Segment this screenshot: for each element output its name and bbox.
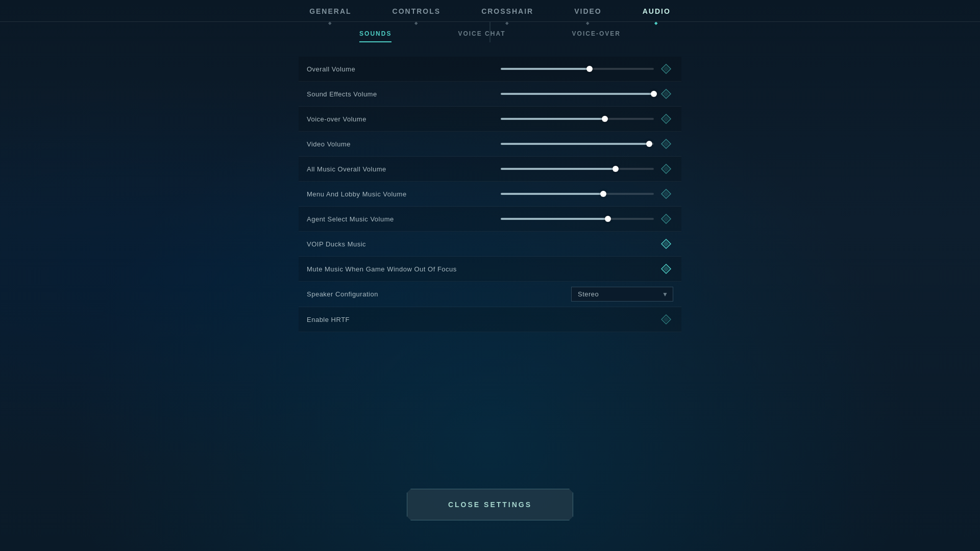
setting-label-voip-ducks-music: VOIP Ducks Music <box>307 240 434 248</box>
setting-label-speaker-configuration: Speaker Configuration <box>307 290 434 298</box>
sub-tab-voice-over[interactable]: VOICE-OVER <box>572 30 621 42</box>
setting-row-all-music-overall-volume: All Music Overall Volume <box>299 157 681 182</box>
slider-thumb-sound-effects-volume[interactable] <box>651 91 657 97</box>
slider-container-sound-effects-volume <box>434 87 673 101</box>
setting-control-video-volume <box>434 137 673 151</box>
slider-thumb-agent-select-music-volume[interactable] <box>605 216 611 222</box>
nav-connector <box>490 22 491 42</box>
slider-container-video-volume <box>434 137 673 151</box>
nav-tab-video[interactable]: VIDEO <box>574 7 602 21</box>
setting-label-overall-volume: Overall Volume <box>307 65 434 73</box>
nav-tab-audio[interactable]: AUDIO <box>643 7 671 21</box>
reset-button-overall-volume[interactable] <box>659 62 673 76</box>
slider-container-agent-select-music-volume <box>434 212 673 226</box>
reset-button-menu-lobby-music-volume[interactable] <box>659 187 673 201</box>
setting-control-mute-music-game-window <box>457 262 673 276</box>
setting-control-speaker-configuration: StereoMonoSurround 5.1Surround 7.1▼ <box>434 287 673 302</box>
setting-control-overall-volume <box>434 62 673 76</box>
setting-row-overall-volume: Overall Volume <box>299 57 681 82</box>
setting-row-video-volume: Video Volume <box>299 132 681 157</box>
close-button-wrapper: CLOSE SETTINGS <box>407 489 573 520</box>
reset-button-video-volume[interactable] <box>659 137 673 151</box>
slider-thumb-menu-lobby-music-volume[interactable] <box>600 191 606 197</box>
reset-button-agent-select-music-volume[interactable] <box>659 212 673 226</box>
dropdown-speaker-configuration[interactable]: StereoMonoSurround 5.1Surround 7.1 <box>571 287 673 302</box>
setting-control-sound-effects-volume <box>434 87 673 101</box>
setting-row-agent-select-music-volume: Agent Select Music Volume <box>299 207 681 232</box>
setting-row-speaker-configuration: Speaker ConfigurationStereoMonoSurround … <box>299 282 681 307</box>
sub-tab-sounds[interactable]: SOUNDS <box>359 30 391 42</box>
slider-fill-all-music-overall-volume <box>501 168 616 170</box>
slider-thumb-voice-over-volume[interactable] <box>602 116 608 122</box>
toggle-voip-ducks-music[interactable] <box>659 237 673 251</box>
slider-thumb-video-volume[interactable] <box>646 141 652 147</box>
nav-tab-controls[interactable]: CONTROLS <box>393 7 441 21</box>
slider-track-agent-select-music-volume[interactable] <box>501 218 654 220</box>
setting-label-voice-over-volume: Voice-over Volume <box>307 115 434 123</box>
slider-fill-voice-over-volume <box>501 118 605 120</box>
setting-label-mute-music-game-window: Mute Music When Game Window Out Of Focus <box>307 265 457 273</box>
setting-row-mute-music-game-window: Mute Music When Game Window Out Of Focus <box>299 257 681 282</box>
setting-control-agent-select-music-volume <box>434 212 673 226</box>
slider-fill-overall-volume <box>501 68 590 70</box>
setting-control-menu-lobby-music-volume <box>434 187 673 201</box>
setting-label-agent-select-music-volume: Agent Select Music Volume <box>307 215 434 223</box>
setting-row-menu-lobby-music-volume: Menu And Lobby Music Volume <box>299 182 681 207</box>
nav-tab-crosshair[interactable]: CROSSHAIR <box>481 7 533 21</box>
slider-container-menu-lobby-music-volume <box>434 187 673 201</box>
slider-container-voice-over-volume <box>434 112 673 126</box>
setting-label-all-music-overall-volume: All Music Overall Volume <box>307 165 434 173</box>
setting-control-enable-hrtf <box>434 312 673 327</box>
slider-track-video-volume[interactable] <box>501 143 654 145</box>
slider-thumb-all-music-overall-volume[interactable] <box>612 166 619 172</box>
nav-tab-general[interactable]: GENERAL <box>309 7 351 21</box>
top-nav: GENERALCONTROLSCROSSHAIRVIDEOAUDIO <box>0 0 980 22</box>
setting-control-all-music-overall-volume <box>434 162 673 176</box>
sub-tab-voice-chat[interactable]: VOICE CHAT <box>458 30 505 42</box>
setting-control-voip-ducks-music <box>434 237 673 251</box>
slider-container-all-music-overall-volume <box>434 162 673 176</box>
slider-track-sound-effects-volume[interactable] <box>501 93 654 95</box>
slider-track-voice-over-volume[interactable] <box>501 118 654 120</box>
toggle-mute-music-game-window[interactable] <box>659 262 673 276</box>
dropdown-wrapper-speaker-configuration: StereoMonoSurround 5.1Surround 7.1▼ <box>571 287 673 302</box>
slider-fill-agent-select-music-volume <box>501 218 608 220</box>
slider-track-all-music-overall-volume[interactable] <box>501 168 654 170</box>
setting-row-sound-effects-volume: Sound Effects Volume <box>299 82 681 107</box>
slider-track-menu-lobby-music-volume[interactable] <box>501 193 654 195</box>
content-area: Overall Volume Sound Effects Volume Voic… <box>0 46 980 332</box>
slider-fill-video-volume <box>501 143 649 145</box>
slider-fill-menu-lobby-music-volume <box>501 193 603 195</box>
setting-label-menu-lobby-music-volume: Menu And Lobby Music Volume <box>307 190 434 198</box>
slider-thumb-overall-volume[interactable] <box>586 66 593 72</box>
slider-fill-sound-effects-volume <box>501 93 654 95</box>
toggle-enable-hrtf[interactable] <box>659 312 673 327</box>
setting-label-video-volume: Video Volume <box>307 140 434 148</box>
close-settings-button[interactable]: CLOSE SETTINGS <box>407 489 573 520</box>
reset-button-all-music-overall-volume[interactable] <box>659 162 673 176</box>
setting-row-voice-over-volume: Voice-over Volume <box>299 107 681 132</box>
setting-label-sound-effects-volume: Sound Effects Volume <box>307 90 434 98</box>
setting-control-voice-over-volume <box>434 112 673 126</box>
settings-panel: Overall Volume Sound Effects Volume Voic… <box>299 57 681 332</box>
reset-button-voice-over-volume[interactable] <box>659 112 673 126</box>
setting-label-enable-hrtf: Enable HRTF <box>307 316 434 323</box>
sub-nav: SOUNDSVOICE CHATVOICE-OVER <box>0 22 980 46</box>
setting-row-enable-hrtf: Enable HRTF <box>299 307 681 332</box>
slider-container-overall-volume <box>434 62 673 76</box>
setting-row-voip-ducks-music: VOIP Ducks Music <box>299 232 681 257</box>
reset-button-sound-effects-volume[interactable] <box>659 87 673 101</box>
slider-track-overall-volume[interactable] <box>501 68 654 70</box>
